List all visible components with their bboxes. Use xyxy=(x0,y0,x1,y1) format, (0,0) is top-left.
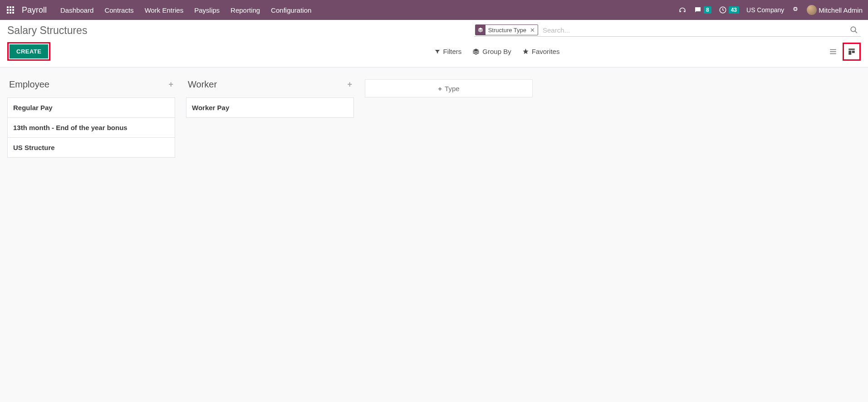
svg-rect-15 xyxy=(848,48,855,50)
svg-rect-0 xyxy=(7,6,9,8)
top-navbar: Payroll Dashboard Contracts Work Entries… xyxy=(0,0,868,20)
support-icon[interactable] xyxy=(678,6,687,14)
facet-label: Structure Type xyxy=(485,27,529,34)
groupby-label: Group By xyxy=(482,48,511,55)
menu-configuration[interactable]: Configuration xyxy=(271,6,311,14)
card-title: Worker Pay xyxy=(192,104,348,111)
filters-label: Filters xyxy=(443,48,462,55)
kanban-card[interactable]: US Structure xyxy=(7,137,175,158)
card-title: US Structure xyxy=(13,144,169,151)
kanban-card[interactable]: Worker Pay xyxy=(186,97,354,118)
search-input[interactable] xyxy=(541,25,845,35)
column-add-icon[interactable]: + xyxy=(347,80,352,89)
add-column-label: Type xyxy=(445,85,460,92)
svg-rect-3 xyxy=(7,9,9,11)
kanban-card[interactable]: Regular Pay xyxy=(7,97,175,118)
debug-icon[interactable] xyxy=(791,6,799,14)
favorites-button[interactable]: Favorites xyxy=(522,48,560,55)
svg-rect-2 xyxy=(12,6,14,8)
filters-button[interactable]: Filters xyxy=(434,48,462,55)
kanban-column: Employee + Regular Pay 13th month - End … xyxy=(7,77,175,158)
svg-rect-4 xyxy=(10,9,11,11)
menu-payslips[interactable]: Payslips xyxy=(194,6,220,14)
create-button[interactable]: CREATE xyxy=(10,44,48,58)
svg-rect-6 xyxy=(7,12,9,14)
menu-reporting[interactable]: Reporting xyxy=(230,6,260,14)
svg-rect-1 xyxy=(10,6,11,8)
menu-work-entries[interactable]: Work Entries xyxy=(145,6,184,14)
menu-contracts[interactable]: Contracts xyxy=(104,6,133,14)
menu-dashboard[interactable]: Dashboard xyxy=(60,6,93,14)
avatar xyxy=(807,5,817,15)
search-facet: Structure Type ✕ xyxy=(475,24,538,35)
page-title: Salary Structures xyxy=(7,24,87,37)
kanban-card[interactable]: 13th month - End of the year bonus xyxy=(7,117,175,138)
svg-rect-8 xyxy=(12,12,14,14)
main-menu: Dashboard Contracts Work Entries Payslip… xyxy=(60,6,311,14)
list-view-button[interactable] xyxy=(826,45,840,58)
activities-badge: 43 xyxy=(729,6,739,14)
favorites-label: Favorites xyxy=(532,48,560,55)
search-icon[interactable] xyxy=(848,25,860,35)
svg-rect-17 xyxy=(852,50,855,53)
view-switcher xyxy=(826,43,861,61)
kanban-column: Worker + Worker Pay xyxy=(186,77,354,118)
company-switcher[interactable]: US Company xyxy=(746,6,784,14)
svg-point-10 xyxy=(851,27,856,32)
column-title[interactable]: Employee xyxy=(9,79,49,90)
svg-rect-5 xyxy=(12,9,14,11)
search-options: Filters Group By Favorites xyxy=(434,48,560,55)
systray: 8 43 US Company Mitchell Admin xyxy=(678,5,863,15)
user-name: Mitchell Admin xyxy=(819,6,863,14)
groupby-button[interactable]: Group By xyxy=(472,48,511,55)
control-panel: Salary Structures Structure Type ✕ xyxy=(0,20,868,68)
svg-rect-7 xyxy=(10,12,11,14)
apps-icon[interactable] xyxy=(5,5,15,15)
layers-icon xyxy=(476,25,485,35)
svg-rect-16 xyxy=(848,50,851,54)
app-brand[interactable]: Payroll xyxy=(22,5,47,15)
create-highlight: CREATE xyxy=(7,42,50,61)
kanban-highlight xyxy=(843,43,861,61)
svg-line-11 xyxy=(855,31,857,33)
activities-button[interactable]: 43 xyxy=(719,6,739,14)
card-title: 13th month - End of the year bonus xyxy=(13,124,169,131)
user-menu[interactable]: Mitchell Admin xyxy=(807,5,863,15)
card-title: Regular Pay xyxy=(13,104,169,111)
company-name: US Company xyxy=(746,6,784,14)
messages-badge: 8 xyxy=(704,6,711,14)
kanban-board: Employee + Regular Pay 13th month - End … xyxy=(0,68,868,167)
facet-remove-icon[interactable]: ✕ xyxy=(529,27,538,34)
column-title[interactable]: Worker xyxy=(188,79,217,90)
add-column-button[interactable]: + Type xyxy=(365,79,533,97)
column-add-icon[interactable]: + xyxy=(168,80,173,89)
kanban-view-button[interactable] xyxy=(845,45,858,58)
search-bar: Structure Type ✕ xyxy=(474,24,861,37)
plus-icon: + xyxy=(438,85,442,92)
messages-button[interactable]: 8 xyxy=(694,6,711,14)
